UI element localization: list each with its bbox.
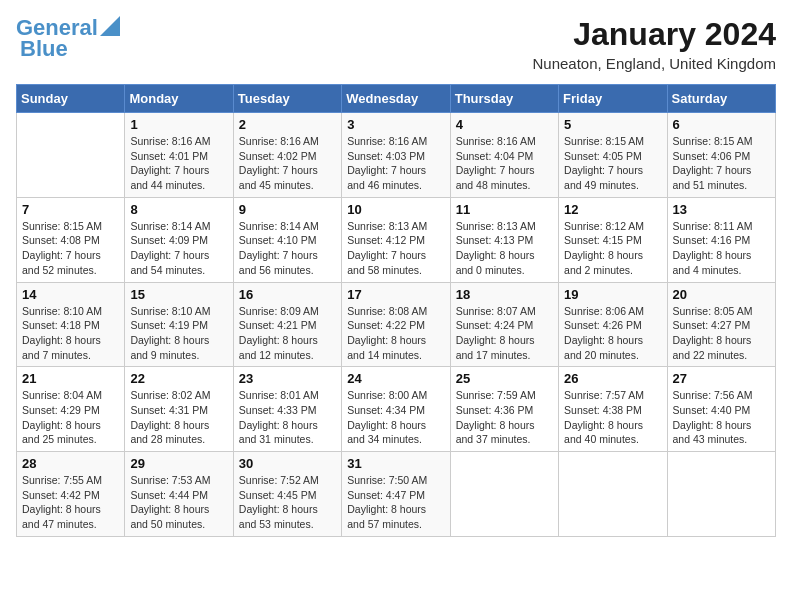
calendar-cell: 17Sunrise: 8:08 AM Sunset: 4:22 PM Dayli… <box>342 282 450 367</box>
day-info: Sunrise: 8:15 AM Sunset: 4:08 PM Dayligh… <box>22 219 119 278</box>
title-block: January 2024 Nuneaton, England, United K… <box>532 16 776 72</box>
day-info: Sunrise: 8:00 AM Sunset: 4:34 PM Dayligh… <box>347 388 444 447</box>
day-info: Sunrise: 8:02 AM Sunset: 4:31 PM Dayligh… <box>130 388 227 447</box>
day-number: 18 <box>456 287 553 302</box>
weekday-header-monday: Monday <box>125 85 233 113</box>
calendar-cell: 19Sunrise: 8:06 AM Sunset: 4:26 PM Dayli… <box>559 282 667 367</box>
calendar-cell <box>559 452 667 537</box>
calendar-table: SundayMondayTuesdayWednesdayThursdayFrid… <box>16 84 776 537</box>
day-info: Sunrise: 8:05 AM Sunset: 4:27 PM Dayligh… <box>673 304 770 363</box>
day-info: Sunrise: 8:08 AM Sunset: 4:22 PM Dayligh… <box>347 304 444 363</box>
calendar-cell: 14Sunrise: 8:10 AM Sunset: 4:18 PM Dayli… <box>17 282 125 367</box>
calendar-cell: 25Sunrise: 7:59 AM Sunset: 4:36 PM Dayli… <box>450 367 558 452</box>
day-number: 28 <box>22 456 119 471</box>
logo: General Blue <box>16 16 120 62</box>
day-number: 22 <box>130 371 227 386</box>
day-info: Sunrise: 7:53 AM Sunset: 4:44 PM Dayligh… <box>130 473 227 532</box>
day-number: 8 <box>130 202 227 217</box>
day-info: Sunrise: 8:14 AM Sunset: 4:09 PM Dayligh… <box>130 219 227 278</box>
day-info: Sunrise: 7:52 AM Sunset: 4:45 PM Dayligh… <box>239 473 336 532</box>
day-number: 2 <box>239 117 336 132</box>
week-row-5: 28Sunrise: 7:55 AM Sunset: 4:42 PM Dayli… <box>17 452 776 537</box>
day-number: 9 <box>239 202 336 217</box>
calendar-cell: 30Sunrise: 7:52 AM Sunset: 4:45 PM Dayli… <box>233 452 341 537</box>
logo-blue: Blue <box>20 36 68 62</box>
calendar-cell: 26Sunrise: 7:57 AM Sunset: 4:38 PM Dayli… <box>559 367 667 452</box>
weekday-header-row: SundayMondayTuesdayWednesdayThursdayFrid… <box>17 85 776 113</box>
day-info: Sunrise: 8:16 AM Sunset: 4:01 PM Dayligh… <box>130 134 227 193</box>
day-number: 24 <box>347 371 444 386</box>
day-info: Sunrise: 8:04 AM Sunset: 4:29 PM Dayligh… <box>22 388 119 447</box>
calendar-cell: 9Sunrise: 8:14 AM Sunset: 4:10 PM Daylig… <box>233 197 341 282</box>
day-number: 10 <box>347 202 444 217</box>
calendar-cell: 20Sunrise: 8:05 AM Sunset: 4:27 PM Dayli… <box>667 282 775 367</box>
day-info: Sunrise: 8:07 AM Sunset: 4:24 PM Dayligh… <box>456 304 553 363</box>
calendar-cell: 21Sunrise: 8:04 AM Sunset: 4:29 PM Dayli… <box>17 367 125 452</box>
day-number: 29 <box>130 456 227 471</box>
calendar-cell: 6Sunrise: 8:15 AM Sunset: 4:06 PM Daylig… <box>667 113 775 198</box>
day-info: Sunrise: 8:06 AM Sunset: 4:26 PM Dayligh… <box>564 304 661 363</box>
day-info: Sunrise: 8:10 AM Sunset: 4:19 PM Dayligh… <box>130 304 227 363</box>
day-info: Sunrise: 8:09 AM Sunset: 4:21 PM Dayligh… <box>239 304 336 363</box>
calendar-cell <box>667 452 775 537</box>
month-year-title: January 2024 <box>532 16 776 53</box>
calendar-cell: 31Sunrise: 7:50 AM Sunset: 4:47 PM Dayli… <box>342 452 450 537</box>
day-info: Sunrise: 8:14 AM Sunset: 4:10 PM Dayligh… <box>239 219 336 278</box>
calendar-cell: 22Sunrise: 8:02 AM Sunset: 4:31 PM Dayli… <box>125 367 233 452</box>
day-info: Sunrise: 8:10 AM Sunset: 4:18 PM Dayligh… <box>22 304 119 363</box>
calendar-cell: 10Sunrise: 8:13 AM Sunset: 4:12 PM Dayli… <box>342 197 450 282</box>
day-info: Sunrise: 7:57 AM Sunset: 4:38 PM Dayligh… <box>564 388 661 447</box>
day-number: 12 <box>564 202 661 217</box>
calendar-cell: 27Sunrise: 7:56 AM Sunset: 4:40 PM Dayli… <box>667 367 775 452</box>
calendar-cell: 11Sunrise: 8:13 AM Sunset: 4:13 PM Dayli… <box>450 197 558 282</box>
day-number: 16 <box>239 287 336 302</box>
weekday-header-wednesday: Wednesday <box>342 85 450 113</box>
day-info: Sunrise: 8:01 AM Sunset: 4:33 PM Dayligh… <box>239 388 336 447</box>
day-number: 15 <box>130 287 227 302</box>
day-number: 11 <box>456 202 553 217</box>
day-info: Sunrise: 8:16 AM Sunset: 4:02 PM Dayligh… <box>239 134 336 193</box>
day-info: Sunrise: 8:13 AM Sunset: 4:12 PM Dayligh… <box>347 219 444 278</box>
day-info: Sunrise: 8:12 AM Sunset: 4:15 PM Dayligh… <box>564 219 661 278</box>
calendar-cell <box>17 113 125 198</box>
day-info: Sunrise: 8:15 AM Sunset: 4:06 PM Dayligh… <box>673 134 770 193</box>
page-header: General Blue January 2024 Nuneaton, Engl… <box>16 16 776 72</box>
day-info: Sunrise: 8:15 AM Sunset: 4:05 PM Dayligh… <box>564 134 661 193</box>
calendar-cell: 5Sunrise: 8:15 AM Sunset: 4:05 PM Daylig… <box>559 113 667 198</box>
day-number: 17 <box>347 287 444 302</box>
day-number: 25 <box>456 371 553 386</box>
weekday-header-thursday: Thursday <box>450 85 558 113</box>
day-number: 20 <box>673 287 770 302</box>
calendar-cell: 18Sunrise: 8:07 AM Sunset: 4:24 PM Dayli… <box>450 282 558 367</box>
calendar-cell <box>450 452 558 537</box>
day-info: Sunrise: 7:56 AM Sunset: 4:40 PM Dayligh… <box>673 388 770 447</box>
calendar-cell: 3Sunrise: 8:16 AM Sunset: 4:03 PM Daylig… <box>342 113 450 198</box>
calendar-cell: 1Sunrise: 8:16 AM Sunset: 4:01 PM Daylig… <box>125 113 233 198</box>
day-number: 27 <box>673 371 770 386</box>
calendar-cell: 29Sunrise: 7:53 AM Sunset: 4:44 PM Dayli… <box>125 452 233 537</box>
calendar-cell: 23Sunrise: 8:01 AM Sunset: 4:33 PM Dayli… <box>233 367 341 452</box>
day-number: 19 <box>564 287 661 302</box>
day-number: 14 <box>22 287 119 302</box>
weekday-header-friday: Friday <box>559 85 667 113</box>
day-number: 4 <box>456 117 553 132</box>
svg-marker-0 <box>100 16 120 36</box>
calendar-cell: 13Sunrise: 8:11 AM Sunset: 4:16 PM Dayli… <box>667 197 775 282</box>
day-number: 1 <box>130 117 227 132</box>
calendar-cell: 16Sunrise: 8:09 AM Sunset: 4:21 PM Dayli… <box>233 282 341 367</box>
day-info: Sunrise: 8:11 AM Sunset: 4:16 PM Dayligh… <box>673 219 770 278</box>
week-row-4: 21Sunrise: 8:04 AM Sunset: 4:29 PM Dayli… <box>17 367 776 452</box>
day-number: 30 <box>239 456 336 471</box>
calendar-cell: 24Sunrise: 8:00 AM Sunset: 4:34 PM Dayli… <box>342 367 450 452</box>
day-info: Sunrise: 8:13 AM Sunset: 4:13 PM Dayligh… <box>456 219 553 278</box>
calendar-cell: 8Sunrise: 8:14 AM Sunset: 4:09 PM Daylig… <box>125 197 233 282</box>
day-number: 3 <box>347 117 444 132</box>
calendar-cell: 7Sunrise: 8:15 AM Sunset: 4:08 PM Daylig… <box>17 197 125 282</box>
calendar-cell: 12Sunrise: 8:12 AM Sunset: 4:15 PM Dayli… <box>559 197 667 282</box>
day-info: Sunrise: 7:55 AM Sunset: 4:42 PM Dayligh… <box>22 473 119 532</box>
day-info: Sunrise: 8:16 AM Sunset: 4:03 PM Dayligh… <box>347 134 444 193</box>
calendar-cell: 4Sunrise: 8:16 AM Sunset: 4:04 PM Daylig… <box>450 113 558 198</box>
day-number: 31 <box>347 456 444 471</box>
calendar-cell: 28Sunrise: 7:55 AM Sunset: 4:42 PM Dayli… <box>17 452 125 537</box>
logo-icon <box>100 16 120 36</box>
